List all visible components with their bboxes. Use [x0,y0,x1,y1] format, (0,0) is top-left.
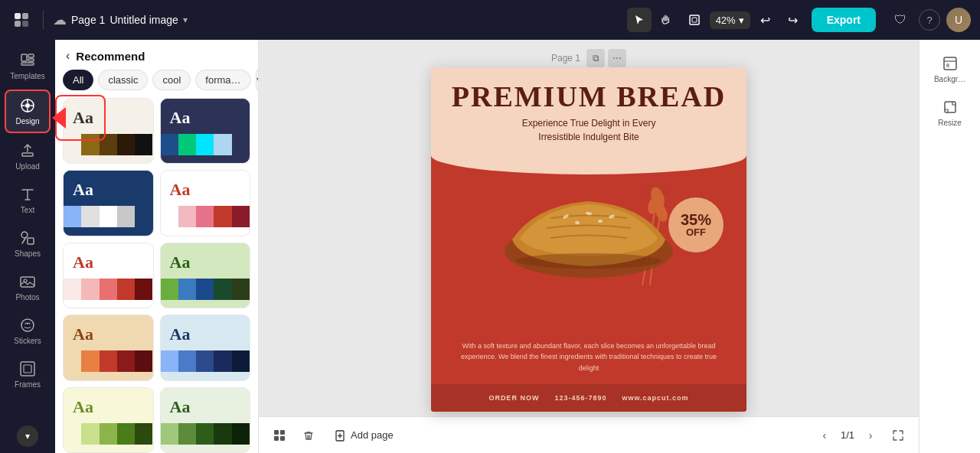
svg-rect-8 [28,59,34,61]
sidebar-item-design[interactable]: Design [5,90,51,133]
page-number: 1/1 [841,429,854,441]
palette-card-7[interactable]: Aa [63,314,154,380]
document-title: Page 1 [71,14,105,26]
page-label: Page 1 ⧉ ⋯ [551,49,626,67]
design-indicator-arrow [52,107,66,129]
svg-rect-14 [28,238,34,244]
title-chevron-icon: ▾ [183,15,188,25]
panel-title: Recommend [76,50,145,63]
panel-back-button[interactable]: ‹ [66,49,70,63]
avatar[interactable]: U [946,8,971,32]
svg-rect-30 [274,430,279,435]
svg-rect-31 [280,430,285,435]
svg-rect-7 [28,54,34,57]
page-label-text: Page 1 [551,53,580,64]
right-panel: Backgr… Resize [919,40,980,453]
add-page-label: Add page [351,429,394,441]
sidebar-item-templates[interactable]: Templates [5,46,51,86]
svg-rect-0 [15,13,21,19]
page-more-icon[interactable]: ⋯ [608,49,626,67]
poster-phone: 123-456-7890 [554,394,606,402]
prev-page-button[interactable]: ‹ [815,425,835,445]
poster-website: www.capcut.com [622,394,688,402]
frame-tool-button[interactable] [682,8,707,32]
select-tool-button[interactable] [627,8,652,32]
filter-tab-formal[interactable]: forma… [195,70,250,90]
palette-card-5[interactable]: Aa [63,243,154,308]
sidebar-item-stickers[interactable]: Stickers [5,311,51,351]
svg-rect-15 [21,277,34,287]
hand-tool-button[interactable] [655,8,679,32]
palette-card-6[interactable]: Aa [160,243,251,308]
undo-button[interactable]: ↩ [753,8,778,32]
svg-rect-6 [21,54,27,61]
cloud-icon: ☁ [53,11,67,28]
palette-card-10[interactable]: Aa [160,387,251,453]
palette-card-2[interactable]: Aa [160,98,251,164]
sidebar-bottom: ▾ [17,425,38,447]
sidebar-item-frames[interactable]: Frames [5,354,51,395]
poster-footer: ORDER NOW 123-456-7890 www.capcut.com [431,384,746,412]
svg-point-11 [25,103,30,108]
svg-rect-18 [21,362,34,376]
sidebar-item-design-label: Design [15,117,39,125]
bottom-bar: Add page ‹ 1/1 › [259,416,919,453]
sidebar-item-stickers-label: Stickers [14,337,41,345]
topbar-divider [43,11,44,29]
document-title-area[interactable]: ☁ Page 1 Untitled image ▾ [53,11,188,28]
svg-rect-32 [274,436,279,441]
canvas-document[interactable]: PREMIUM BREAD Experience True Delight in… [431,67,746,412]
filter-tab-all[interactable]: All [63,70,93,90]
svg-point-13 [21,232,28,238]
help-icon-button[interactable]: ? [919,9,940,31]
svg-rect-19 [24,365,31,373]
design-panel: ‹ Recommend All classic cool forma… ▾ Aa [55,40,259,453]
palette-card-4[interactable]: Aa [160,170,251,236]
sidebar-item-templates-label: Templates [10,72,45,80]
filter-tabs: All classic cool forma… ▾ [55,69,258,98]
shield-icon-button[interactable]: 🛡 [888,8,913,32]
poster-discount-percent: 35% [681,212,711,227]
svg-rect-4 [690,15,699,24]
poster-title: PREMIUM BREAD [446,81,731,113]
sidebar-item-shapes-label: Shapes [15,249,41,258]
page-copy-icon[interactable]: ⧉ [586,49,605,67]
poster-subtitle: Experience True Delight in Every Irresis… [446,116,731,144]
main-area: Templates Design Upload Text Shapes Phot… [0,40,980,453]
palette-card-1[interactable]: Aa [63,98,154,164]
sidebar-item-text[interactable]: Text [5,180,51,220]
filter-tab-cool[interactable]: cool [152,70,191,90]
palette-card-8[interactable]: Aa [160,314,251,380]
next-page-button[interactable]: › [861,425,880,445]
thumbnail-view-button[interactable] [268,424,291,447]
sidebar-item-upload[interactable]: Upload [5,136,51,177]
right-panel-background[interactable]: Backgr… [926,49,975,90]
poster-top: PREMIUM BREAD Experience True Delight in… [431,67,746,152]
right-panel-resize[interactable]: Resize [926,93,975,133]
document-title-text: Untitled image [109,14,178,26]
sidebar-item-shapes[interactable]: Shapes [5,223,51,264]
svg-rect-2 [15,21,21,27]
svg-rect-36 [946,64,949,67]
filter-tab-classic[interactable]: classic [98,70,148,90]
pagination: ‹ 1/1 › [815,425,880,445]
fullscreen-button[interactable] [887,424,910,447]
svg-rect-5 [692,18,697,22]
delete-page-button[interactable] [297,424,320,447]
svg-rect-1 [22,13,28,19]
svg-rect-12 [22,153,33,156]
poster-bread-image [489,159,688,297]
sidebar-item-photos[interactable]: Photos [5,267,51,308]
zoom-control[interactable]: 42% ▾ [710,11,750,29]
palette-card-3[interactable]: Aa [63,170,154,236]
palette-card-9[interactable]: Aa [63,387,154,453]
filter-more-button[interactable]: ▾ [256,69,258,90]
expand-button[interactable]: ▾ [17,425,38,447]
sidebar-item-text-label: Text [21,206,34,214]
poster-discount-text: OFF [686,227,706,237]
redo-button[interactable]: ↪ [781,8,805,32]
export-button[interactable]: Export [812,8,876,32]
svg-rect-35 [944,57,956,70]
app-logo[interactable] [9,8,34,32]
add-page-button[interactable]: Add page [326,425,401,446]
